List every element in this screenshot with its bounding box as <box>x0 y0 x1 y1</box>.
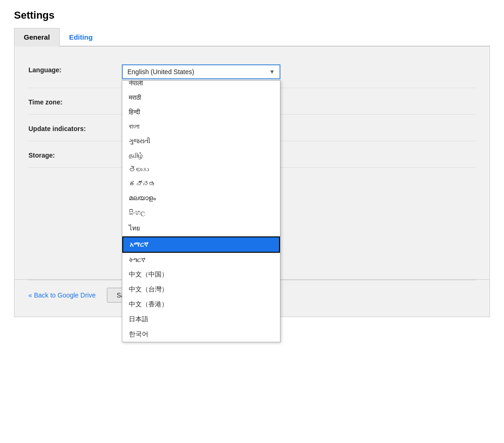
language-option-marathi[interactable]: मराठी <box>122 90 280 105</box>
language-row: Language: English (United States) ▼ فارس… <box>28 56 476 88</box>
language-option-amharic[interactable]: አማርኛ <box>122 236 280 253</box>
language-option-unknown1[interactable]: ትግርኛ <box>122 253 280 267</box>
language-label: Language: <box>28 64 122 74</box>
language-option-japanese[interactable]: 日本語 <box>122 312 280 327</box>
language-control: English (United States) ▼ فارسیनेपालीमरा… <box>122 64 476 79</box>
language-option-tamil[interactable]: தமிழ் <box>122 148 280 163</box>
chevron-down-icon: ▼ <box>269 69 275 75</box>
language-option-telugu[interactable]: తెలుగు <box>122 163 280 177</box>
language-option-nepali[interactable]: नेपाली <box>122 81 280 90</box>
language-option-thai[interactable]: ไทย <box>122 220 280 236</box>
language-option-sinhala[interactable]: සිංහල <box>122 205 280 220</box>
language-option-malayalam[interactable]: മലയാളം <box>122 191 280 205</box>
page-title: Settings <box>14 9 490 21</box>
back-to-google-drive-link[interactable]: « Back to Google Drive <box>28 291 96 299</box>
tab-editing[interactable]: Editing <box>60 28 102 46</box>
tab-general[interactable]: General <box>14 28 60 47</box>
tabs-bar: General Editing <box>14 28 490 47</box>
language-option-bengali[interactable]: বাংলা <box>122 119 280 134</box>
language-option-kannada[interactable]: ಕನ್ನಡ <box>122 177 280 191</box>
settings-page: Settings General Editing Language: Engli… <box>0 0 504 443</box>
language-option-korean[interactable]: 한국어 <box>122 327 280 342</box>
language-dropdown: فارسیनेपालीमराठीहिन्दीবাংলাગુજરાતીதமிழ்త… <box>122 80 280 342</box>
language-option-hindi[interactable]: हिन्दी <box>122 105 280 119</box>
timezone-label: Time zone: <box>28 97 122 106</box>
language-option-chinese-cn[interactable]: 中文（中国） <box>122 267 280 282</box>
settings-body: Language: English (United States) ▼ فارس… <box>14 47 490 280</box>
language-selected-value: English (United States) <box>127 68 194 76</box>
storage-label: Storage: <box>28 150 122 159</box>
language-option-gujarati[interactable]: ગુજરાતી <box>122 134 280 148</box>
update-indicators-label: Update indicators: <box>28 123 122 132</box>
language-option-chinese-tw[interactable]: 中文（台灣） <box>122 282 280 297</box>
language-list[interactable]: فارسیनेपालीमराठीहिन्दीবাংলাગુજરાતીதமிழ்త… <box>122 81 280 342</box>
language-option-chinese-hk[interactable]: 中文（香港） <box>122 297 280 312</box>
language-dropdown-button[interactable]: English (United States) ▼ <box>122 64 280 79</box>
